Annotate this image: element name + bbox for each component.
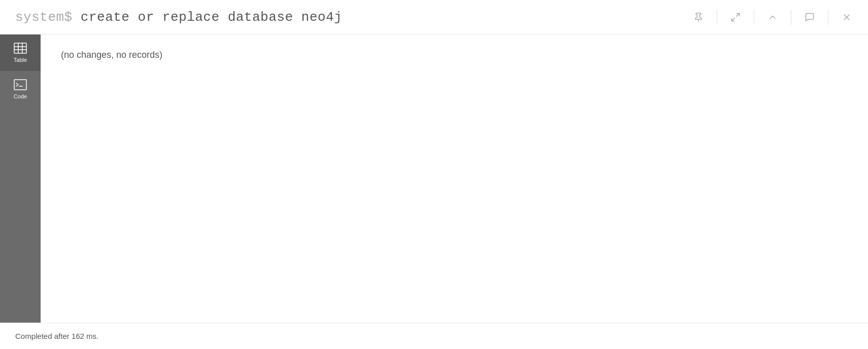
no-records-message: (no changes, no records) xyxy=(61,50,848,60)
header-title: system$ create or replace database neo4j xyxy=(15,10,342,25)
pin-button[interactable] xyxy=(687,6,710,28)
svg-line-1 xyxy=(737,13,740,16)
header-actions xyxy=(687,6,858,28)
svg-line-2 xyxy=(732,18,735,21)
sidebar-item-table-label: Table xyxy=(14,57,27,63)
table-icon xyxy=(14,43,27,54)
header-divider xyxy=(717,10,717,25)
pin-icon xyxy=(693,12,704,22)
header-divider-2 xyxy=(754,10,754,25)
close-button[interactable] xyxy=(836,6,858,28)
sidebar: Table Code xyxy=(0,34,41,323)
expand-button[interactable] xyxy=(724,6,747,28)
header-divider-3 xyxy=(791,10,791,25)
footer: Completed after 162 ms. xyxy=(0,323,868,349)
header-prompt: system$ xyxy=(15,10,73,25)
header-divider-4 xyxy=(828,10,828,25)
refresh-icon xyxy=(805,12,815,22)
chevron-up-button[interactable] xyxy=(761,6,784,28)
refresh-button[interactable] xyxy=(798,6,821,28)
chevron-up-icon xyxy=(767,12,778,22)
content-area: (no changes, no records) xyxy=(41,34,868,323)
header: system$ create or replace database neo4j xyxy=(0,0,868,34)
header-command: create or replace database neo4j xyxy=(73,10,342,25)
svg-rect-10 xyxy=(14,80,26,90)
sidebar-item-table[interactable]: Table xyxy=(0,34,41,71)
sidebar-item-code[interactable]: Code xyxy=(0,71,41,108)
footer-status-text: Completed after 162 ms. xyxy=(15,332,98,340)
close-icon xyxy=(842,12,852,22)
svg-rect-5 xyxy=(14,43,26,53)
code-icon xyxy=(14,79,27,90)
sidebar-item-code-label: Code xyxy=(14,93,27,99)
expand-icon xyxy=(730,12,741,22)
main-area: Table Code (no changes, no records) xyxy=(0,34,868,323)
